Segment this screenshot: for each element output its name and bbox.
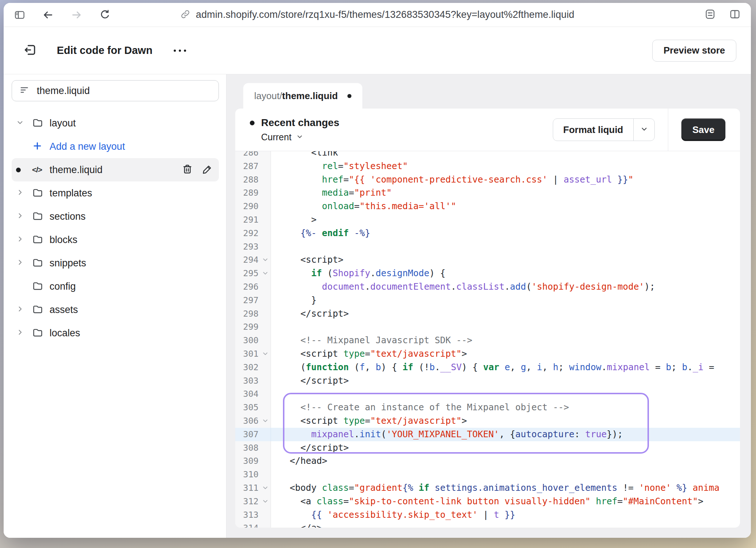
unsaved-dot: [16, 168, 21, 172]
back-icon[interactable]: [42, 9, 54, 21]
code-line-290[interactable]: 290 onload="this.media='all'": [235, 200, 740, 213]
sidebar-item-theme-liquid[interactable]: </>theme.liquid: [12, 158, 219, 181]
code-line-306[interactable]: 306 <script type="text/javascript">: [235, 414, 740, 428]
sidebar-item-label: layout: [50, 118, 76, 129]
line-number: 309: [235, 454, 260, 468]
fold-chevron-icon[interactable]: [262, 253, 268, 267]
code-line-300[interactable]: 300 <!-- Mixpanel Javascript SDK -->: [235, 334, 740, 347]
sidebar-item-snippets[interactable]: snippets: [12, 251, 219, 275]
code-line-309[interactable]: 309 </head>: [235, 454, 740, 468]
address-bar[interactable]: admin.shopify.com/store/rzq1xu-f5/themes…: [180, 9, 574, 21]
format-liquid-button[interactable]: Format liquid: [553, 119, 634, 141]
chevron-right-icon[interactable]: [16, 305, 24, 314]
code-line-295[interactable]: 295 if (Shopify.designMode) {: [235, 267, 740, 280]
sidebar-item-layout[interactable]: layout: [12, 111, 219, 135]
code-line-text: [271, 468, 279, 481]
line-number: 304: [235, 387, 260, 401]
sidebar-item-sections[interactable]: sections: [12, 205, 219, 228]
fold-chevron-icon[interactable]: [262, 267, 268, 280]
code-line-287[interactable]: 287 rel="stylesheet": [235, 160, 740, 173]
tab-file-name: theme.liquid: [282, 90, 338, 102]
split-view-icon[interactable]: [729, 8, 741, 21]
code-line-304[interactable]: 304: [235, 387, 740, 401]
format-liquid-split-button: Format liquid: [553, 118, 655, 141]
ellipsis-icon[interactable]: [174, 50, 186, 52]
plus-icon: [32, 141, 43, 153]
code-line-296[interactable]: 296 document.documentElement.classList.a…: [235, 280, 740, 294]
code-line-text: media="print": [271, 186, 392, 200]
delete-file-icon[interactable]: [182, 164, 193, 176]
code-line-293[interactable]: 293: [235, 240, 740, 254]
link-icon: [180, 9, 190, 21]
chevron-right-icon[interactable]: [16, 328, 24, 338]
forward-icon[interactable]: [71, 9, 82, 21]
line-number: 298: [235, 307, 260, 321]
code-line-text: {{ 'accessibility.skip_to_text' | t }}: [271, 508, 515, 522]
sidebar-item-config[interactable]: config: [12, 275, 219, 298]
code-area[interactable]: 286 <link287 rel="stylesheet"288 href="{…: [235, 151, 740, 528]
save-button[interactable]: Save: [681, 118, 725, 141]
code-line-299[interactable]: 299: [235, 320, 740, 334]
tab-theme-liquid[interactable]: layout/theme.liquid: [243, 83, 362, 109]
code-line-301[interactable]: 301 <script type="text/javascript">: [235, 347, 740, 361]
code-line-text: href="{{ 'component-predictive-search.cs…: [271, 173, 634, 187]
line-number: 297: [235, 294, 260, 307]
code-line-310[interactable]: 310: [235, 468, 740, 481]
sidebar-item-label: assets: [50, 304, 78, 316]
code-line-311[interactable]: 311 <body class="gradient{% if settings.…: [235, 481, 740, 495]
code-line-305[interactable]: 305 <!-- Create an instance of the Mixpa…: [235, 401, 740, 414]
code-line-302[interactable]: 302 (function (f, b) { if (!b.__SV) { va…: [235, 361, 740, 374]
folder-icon: [32, 117, 43, 130]
code-line-text: rel="stylesheet": [271, 160, 408, 173]
line-number: 292: [235, 227, 260, 240]
code-line-288[interactable]: 288 href="{{ 'component-predictive-searc…: [235, 173, 740, 187]
folder-icon: [32, 327, 43, 340]
chevron-right-icon[interactable]: [16, 188, 24, 198]
version-selector[interactable]: Current: [261, 132, 339, 142]
page-settings-icon[interactable]: [704, 8, 716, 21]
fold-chevron-icon[interactable]: [262, 414, 268, 428]
chevron-down-icon: [296, 132, 303, 142]
code-line-292[interactable]: 292 {%- endif -%}: [235, 227, 740, 240]
code-line-text: <!-- Create an instance of the Mixpanel …: [271, 401, 569, 414]
chevron-down-icon[interactable]: [16, 118, 24, 128]
reload-icon[interactable]: [99, 9, 111, 21]
sidebar-item-blocks[interactable]: blocks: [12, 228, 219, 251]
code-line-294[interactable]: 294 <script>: [235, 253, 740, 267]
format-liquid-menu-button[interactable]: [633, 119, 654, 141]
code-line-289[interactable]: 289 media="print": [235, 186, 740, 200]
search-input[interactable]: [37, 85, 211, 97]
preview-store-button[interactable]: Preview store: [652, 40, 736, 62]
code-line-text: {%- endif -%}: [271, 227, 370, 240]
exit-icon[interactable]: [23, 43, 37, 58]
code-line-297[interactable]: 297 }: [235, 294, 740, 307]
line-number: 289: [235, 186, 260, 200]
file-search[interactable]: [12, 80, 219, 101]
sidebar-item-templates[interactable]: templates: [12, 181, 219, 205]
code-line-314[interactable]: 314 </a>: [235, 521, 740, 528]
chevron-right-icon[interactable]: [16, 212, 24, 221]
sidebar-item-locales[interactable]: locales: [12, 321, 219, 345]
line-number: 308: [235, 441, 260, 455]
edit-file-icon[interactable]: [202, 164, 213, 176]
fold-chevron-icon[interactable]: [262, 481, 268, 495]
code-line-298[interactable]: 298 </script>: [235, 307, 740, 321]
recent-changes-dot: [250, 121, 255, 125]
code-lines: 286 <link287 rel="stylesheet"288 href="{…: [235, 151, 740, 528]
code-line-303[interactable]: 303 </script>: [235, 374, 740, 388]
sidebar-item-assets[interactable]: assets: [12, 298, 219, 321]
editor-pane: layout/theme.liquid Recent changes Curre…: [227, 74, 751, 538]
fold-chevron-icon[interactable]: [262, 495, 268, 508]
sidebar-add-layout-button[interactable]: Add a new layout: [12, 135, 219, 158]
sidebar-toggle-icon[interactable]: [14, 9, 25, 21]
chevron-right-icon[interactable]: [16, 258, 24, 268]
code-line-308[interactable]: 308 </script>: [235, 441, 740, 455]
fold-chevron-icon[interactable]: [262, 347, 268, 361]
code-line-312[interactable]: 312 <a class="skip-to-content-link butto…: [235, 495, 740, 508]
chevron-right-icon[interactable]: [16, 235, 24, 244]
code-line-313[interactable]: 313 {{ 'accessibility.skip_to_text' | t …: [235, 508, 740, 522]
code-line-307[interactable]: 307 mixpanel.init('YOUR_MIXPANEL_TOKEN',…: [235, 428, 740, 441]
code-line-286[interactable]: 286 <link: [235, 151, 740, 160]
line-number: 301: [235, 347, 260, 361]
code-line-291[interactable]: 291 >: [235, 213, 740, 227]
